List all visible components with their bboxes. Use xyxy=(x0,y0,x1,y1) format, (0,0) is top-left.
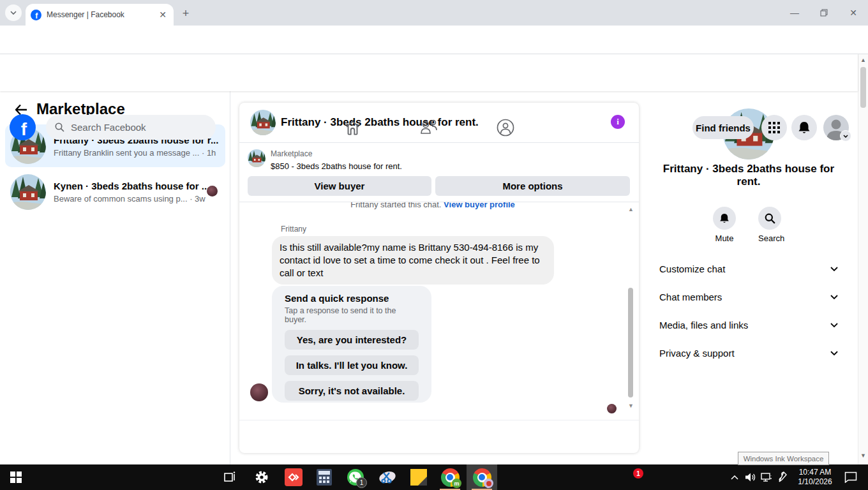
tab-search-button[interactable] xyxy=(5,4,22,21)
volume-button[interactable] xyxy=(742,464,759,490)
nav-tab-home[interactable] xyxy=(324,115,381,140)
calculator-icon xyxy=(317,469,332,486)
facebook-favicon: f xyxy=(31,10,41,20)
conversation-title: Kynen · 3beds 2baths house for ... xyxy=(54,181,209,191)
svg-text:f: f xyxy=(21,119,27,139)
search-icon xyxy=(765,213,775,224)
network-button[interactable] xyxy=(758,464,775,490)
page-scrollbar[interactable]: ▲ ▼ xyxy=(858,54,868,464)
quick-response-card: Send a quick response Tap a response to … xyxy=(272,286,431,403)
window-controls: — ✕ xyxy=(780,0,868,26)
window-close-button[interactable]: ✕ xyxy=(839,0,868,26)
whatsapp-button[interactable]: 1 xyxy=(340,464,371,490)
facebook-search[interactable] xyxy=(46,115,216,140)
restore-icon xyxy=(820,9,828,17)
conversation-snippet: Frittany Branklin sent you a message ... xyxy=(54,148,199,158)
apps-menu-button[interactable] xyxy=(761,115,787,140)
view-buyer-profile-link[interactable]: View buyer profile xyxy=(444,202,515,209)
facebook-search-input[interactable] xyxy=(70,121,200,133)
mute-action[interactable]: Mute xyxy=(713,207,736,243)
whatsapp-badge: 1 xyxy=(356,477,367,488)
nav-tab-friends[interactable] xyxy=(400,115,458,140)
message-scroll-area[interactable]: Frittany started this chat. View buyer p… xyxy=(239,202,639,420)
windows-ink-button[interactable] xyxy=(775,464,791,490)
sender-name: Frittany xyxy=(281,225,306,234)
sticky-notes-button[interactable] xyxy=(403,464,434,490)
snipping-tool-icon xyxy=(378,469,397,486)
chevron-down-icon xyxy=(830,351,838,355)
action-center-icon xyxy=(844,471,857,483)
more-options-button[interactable]: More options xyxy=(435,176,630,196)
composer: GIF xyxy=(239,420,639,453)
scroll-up-icon[interactable]: ▲ xyxy=(628,206,634,212)
profile-chevron-badge xyxy=(840,130,851,142)
browser-tab-strip: f Messenger | Facebook ✕ + — ✕ xyxy=(0,0,868,26)
quick-response-option-label: Yes, are you interested? xyxy=(297,334,407,345)
chat-avatar[interactable] xyxy=(250,110,276,135)
tray-expand-button[interactable] xyxy=(726,464,743,490)
chat-panel: Frittany · 3beds 2baths house for rent. … xyxy=(239,103,639,453)
clock-date: 1/10/2026 xyxy=(794,477,836,487)
start-button[interactable] xyxy=(5,464,27,490)
quick-response-option-1[interactable]: Yes, are you interested? xyxy=(285,330,419,350)
section-chat-members[interactable]: Chat members xyxy=(654,283,843,311)
section-customize-chat[interactable]: Customize chat xyxy=(654,255,843,283)
scroll-down-icon[interactable]: ▼ xyxy=(860,452,866,459)
system-text: Frittany started this chat. xyxy=(350,202,441,209)
message-bubble: Is this still available?my name is Britt… xyxy=(272,236,554,285)
chat-scrollbar[interactable]: ▲ ▼ xyxy=(627,206,634,417)
find-friends-button[interactable]: Find friends xyxy=(692,116,754,139)
pen-icon xyxy=(778,471,788,483)
scroll-down-icon[interactable]: ▼ xyxy=(628,403,634,409)
banner-label: Marketplace xyxy=(271,149,312,158)
chrome-profile2-button-active[interactable] xyxy=(467,464,497,490)
section-label: Chat members xyxy=(659,292,722,302)
search-conversation-action[interactable]: Search xyxy=(758,207,781,243)
conversation-info-button[interactable]: i xyxy=(611,115,625,129)
section-media-files-links[interactable]: Media, files and links xyxy=(654,311,843,339)
profile-avatar[interactable] xyxy=(823,115,849,140)
search-label: Search xyxy=(758,234,781,243)
groups-icon xyxy=(497,119,514,137)
read-receipt-avatar xyxy=(607,404,617,413)
chrome-profile-badge-bird xyxy=(484,479,493,488)
snipping-tool-button[interactable] xyxy=(372,464,403,490)
conversation-item-kynen[interactable]: Kynen · 3beds 2baths house for ... Bewar… xyxy=(5,170,225,213)
marketplace-banner: Marketplace $850 - 3beds 2baths house fo… xyxy=(239,143,639,202)
windows-logo-icon xyxy=(10,471,15,477)
calculator-button[interactable] xyxy=(309,464,340,490)
facebook-header: f Find friends xyxy=(0,54,858,91)
notifications-button[interactable] xyxy=(791,115,817,140)
scroll-up-icon[interactable]: ▲ xyxy=(860,57,866,63)
more-options-label: More options xyxy=(502,181,562,191)
page-scrollbar-thumb[interactable] xyxy=(860,67,866,108)
clock-time: 10:47 AM xyxy=(794,468,836,477)
quick-response-title: Send a quick response xyxy=(285,293,419,304)
window-minimize-button[interactable]: — xyxy=(780,0,809,26)
anydesk-button[interactable] xyxy=(278,464,309,490)
clock[interactable]: 10:47 AM 1/10/2026 xyxy=(794,468,836,487)
quick-response-option-3[interactable]: Sorry, it's not available. xyxy=(285,381,419,401)
task-view-button[interactable] xyxy=(214,464,245,490)
listing-thumbnail-small xyxy=(248,149,266,167)
quick-response-subtitle: Tap a response to send it to the buyer. xyxy=(285,306,419,324)
friends-icon xyxy=(420,119,438,136)
section-privacy-support[interactable]: Privacy & support xyxy=(654,339,843,367)
anydesk-icon xyxy=(285,468,303,486)
facebook-logo[interactable]: f xyxy=(10,114,36,140)
new-tab-button[interactable]: + xyxy=(179,6,193,20)
tab-close-icon[interactable]: ✕ xyxy=(157,9,168,20)
chat-scrollbar-thumb[interactable] xyxy=(628,288,633,397)
taskbar-notification-badge: 1 xyxy=(633,468,643,479)
home-icon xyxy=(344,119,361,137)
nav-tab-groups[interactable] xyxy=(477,115,534,140)
chrome-profile-badge-m: m xyxy=(452,479,461,488)
window-restore-button[interactable] xyxy=(809,0,839,26)
browser-tab[interactable]: f Messenger | Facebook ✕ xyxy=(26,4,174,26)
view-buyer-button[interactable]: View buyer xyxy=(248,176,431,196)
settings-button[interactable] xyxy=(246,464,277,490)
quick-response-option-2[interactable]: In talks. I'll let you know. xyxy=(285,355,419,375)
action-center-button[interactable] xyxy=(840,464,862,490)
taskbar: ✦ ✦ ✦ xyxy=(0,464,868,490)
chrome-profile1-button[interactable]: m xyxy=(435,464,465,490)
